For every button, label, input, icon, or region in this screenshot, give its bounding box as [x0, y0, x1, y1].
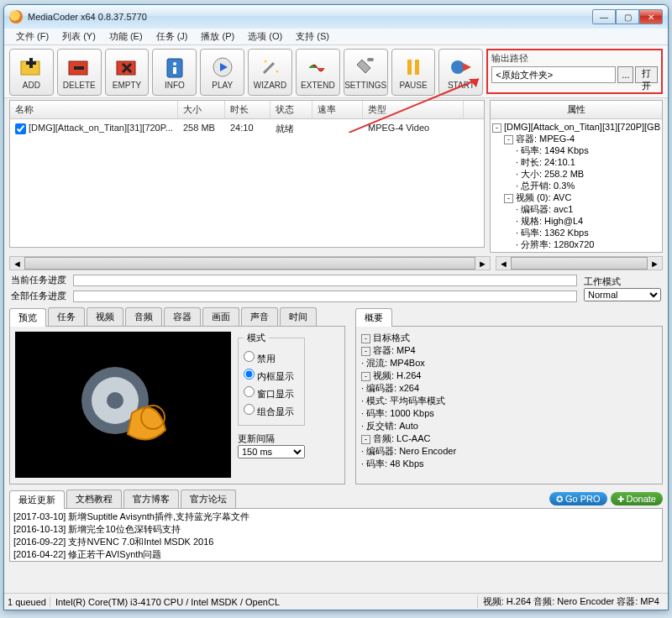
menu-play[interactable]: 播放 (P)	[194, 29, 241, 45]
col-rate[interactable]: 速率	[312, 101, 363, 118]
props-hscroll[interactable]: ◄►	[496, 256, 663, 270]
open-button[interactable]: 打开	[635, 66, 658, 83]
menu-options[interactable]: 选项 (O)	[241, 29, 289, 45]
svg-rect-4	[74, 66, 84, 70]
svg-point-17	[451, 60, 465, 74]
properties-title: 属性	[491, 101, 662, 119]
col-size[interactable]: 大小	[178, 101, 225, 118]
svg-point-12	[264, 60, 266, 62]
mode-window[interactable]: 窗口显示	[244, 385, 299, 402]
svg-point-13	[276, 70, 278, 72]
browse-button[interactable]: ...	[617, 66, 633, 83]
col-stat[interactable]: 状态	[270, 101, 312, 118]
col-name[interactable]: 名称	[10, 101, 178, 118]
list-header: 名称 大小 时长 状态 速率 类型	[10, 101, 484, 119]
progress-total-bar	[73, 291, 577, 302]
right-tabs: 概要	[355, 307, 663, 327]
mode-fieldset: 模式 禁用 内框显示 窗口显示 组合显示	[238, 332, 305, 426]
preview-area	[15, 332, 231, 478]
tab-container[interactable]: 容器	[164, 307, 201, 326]
tab-forum[interactable]: 官方论坛	[181, 490, 236, 508]
news-item[interactable]: [2016-04-22] 修正若干AVISynth问题	[13, 548, 659, 561]
start-button[interactable]: START	[438, 49, 483, 96]
properties-panel: 属性 -[DMG][Attack_on_Titan][31][720P][GB-…	[490, 100, 663, 253]
tab-summary[interactable]: 概要	[355, 308, 392, 327]
info-button[interactable]: INFO	[152, 49, 197, 96]
svg-rect-14	[367, 58, 374, 61]
tab-docs[interactable]: 文档教程	[66, 490, 122, 508]
donate-button[interactable]: ✚ Donate	[611, 492, 663, 505]
tab-preview[interactable]: 预览	[9, 308, 46, 327]
list-hscroll[interactable]: ◄►	[9, 256, 491, 270]
list-row[interactable]: [DMG][Attack_on_Titan][31][720P... 258 M…	[10, 119, 484, 139]
tab-sound[interactable]: 声音	[241, 307, 278, 326]
svg-rect-8	[173, 67, 176, 74]
menu-file[interactable]: 文件 (F)	[9, 29, 55, 45]
svg-rect-2	[26, 61, 36, 65]
tab-time[interactable]: 时间	[280, 307, 317, 326]
svg-point-21	[107, 392, 123, 409]
tab-video[interactable]: 视频	[87, 307, 123, 326]
workmode-select[interactable]: Normal	[584, 288, 661, 301]
file-list: 名称 大小 时长 状态 速率 类型 [DMG][Attack_on_Titan]…	[9, 100, 485, 248]
close-button[interactable]: ✕	[639, 9, 663, 24]
properties-body: -[DMG][Attack_on_Titan][31][720P][GB-容器:…	[491, 119, 662, 252]
maximize-button[interactable]: ▢	[616, 9, 639, 24]
news-list[interactable]: [2017-03-10] 新增Suptitle Avisynth插件,支持蓝光字…	[9, 508, 663, 562]
status-codec: 视频: H.264 音频: Nero Encoder 容器: MP4	[477, 595, 664, 608]
update-interval-label: 更新间隔	[238, 432, 305, 445]
app-window: MediaCoder x64 0.8.37.5770 — ▢ ✕ 文件 (F) …	[3, 4, 669, 610]
tab-blog[interactable]: 官方博客	[123, 490, 179, 508]
row-checkbox[interactable]	[15, 123, 26, 134]
tab-recent[interactable]: 最近更新	[9, 490, 65, 509]
app-icon	[9, 10, 23, 24]
workmode-label: 工作模式	[584, 275, 661, 288]
tab-picture[interactable]: 画面	[202, 307, 239, 326]
bottom-tabs: 最近更新 文档教程 官方博客 官方论坛 ✪ Go PRO ✚ Donate	[9, 490, 663, 508]
svg-rect-16	[415, 60, 419, 75]
menu-support[interactable]: 支持 (S)	[289, 29, 336, 45]
col-dur[interactable]: 时长	[225, 101, 270, 118]
progress-current-label: 当前任务进度	[11, 274, 68, 286]
menubar: 文件 (F) 列表 (Y) 功能 (E) 任务 (J) 播放 (P) 选项 (O…	[4, 29, 668, 45]
delete-button[interactable]: DELETE	[57, 49, 102, 96]
pause-button[interactable]: PAUSE	[391, 49, 436, 96]
summary-panel: -目标格式 -容器: MP4·混流: MP4Box-视频: H.264·编码器:…	[355, 327, 663, 484]
news-item[interactable]: [2016-09-22] 支持NVENC 7.0和Intel MSDK 2016	[13, 536, 659, 548]
left-tabs: 预览 任务 视频 音频 容器 画面 声音 时间	[9, 307, 345, 327]
menu-list[interactable]: 列表 (Y)	[55, 29, 102, 45]
minimize-button[interactable]: —	[592, 9, 616, 24]
output-path-label: 输出路径	[491, 52, 658, 65]
svg-point-7	[173, 62, 176, 65]
empty-button[interactable]: EMPTY	[105, 49, 150, 96]
svg-rect-15	[407, 60, 412, 75]
extend-button[interactable]: EXTEND	[296, 49, 340, 96]
add-button[interactable]: ADD	[9, 49, 54, 96]
gopro-button[interactable]: ✪ Go PRO	[549, 492, 607, 505]
summary-title: -目标格式	[361, 332, 657, 344]
mode-inbox[interactable]: 内框显示	[244, 367, 299, 385]
svg-marker-18	[463, 63, 471, 71]
menu-function[interactable]: 功能 (E)	[102, 29, 150, 45]
tab-audio[interactable]: 音频	[125, 307, 162, 326]
preview-panel: 模式 禁用 内框显示 窗口显示 组合显示 更新间隔 150 ms	[9, 327, 345, 484]
menu-task[interactable]: 任务 (J)	[150, 29, 195, 45]
tab-task[interactable]: 任务	[48, 307, 85, 326]
wizard-button[interactable]: WIZARD	[248, 49, 292, 96]
window-title: MediaCoder x64 0.8.37.5770	[28, 12, 592, 22]
news-item[interactable]: [2017-03-10] 新增Suptitle Avisynth插件,支持蓝光字…	[13, 511, 659, 523]
output-path-panel: 输出路径 ... 打开	[486, 49, 663, 94]
output-path-input[interactable]	[491, 66, 616, 83]
mode-title: 模式	[244, 332, 269, 344]
progress-current-bar	[73, 275, 577, 286]
mode-combo[interactable]: 组合显示	[244, 402, 299, 420]
play-button[interactable]: PLAY	[200, 49, 244, 96]
settings-button[interactable]: SETTINGS	[344, 49, 388, 96]
titlebar[interactable]: MediaCoder x64 0.8.37.5770 — ▢ ✕	[4, 5, 668, 29]
update-interval-select[interactable]: 150 ms	[238, 445, 305, 458]
news-item[interactable]: [2016-10-13] 新增完全10位色深转码支持	[13, 523, 659, 536]
progress-total-label: 全部任务进度	[11, 290, 68, 302]
status-cpu: Intel(R) Core(TM) i3-4170 CPU / Intel MS…	[50, 597, 285, 607]
mode-disable[interactable]: 禁用	[244, 349, 299, 367]
col-type[interactable]: 类型	[363, 101, 464, 118]
